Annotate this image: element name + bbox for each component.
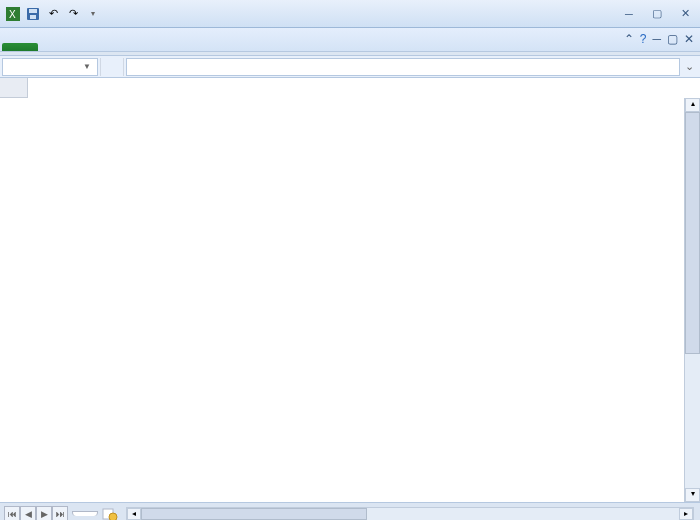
minimize-button[interactable]: ─ [618,6,640,22]
quick-access-toolbar: X ↶ ↷ ▾ [4,5,102,23]
excel-icon: X [4,5,22,23]
doc-minimize-icon[interactable]: ─ [652,32,661,46]
tab-page-layout[interactable] [98,43,126,51]
tab-home[interactable] [42,43,70,51]
vertical-scrollbar[interactable]: ▴ ▾ [684,98,700,502]
fx-label[interactable] [100,58,124,76]
scroll-down-button[interactable]: ▾ [685,488,700,502]
sheet-nav-prev-icon[interactable]: ◀ [20,506,36,521]
window-controls: ─ ▢ ✕ [618,6,696,22]
restore-button[interactable]: ▢ [646,6,668,22]
redo-icon[interactable]: ↷ [64,5,82,23]
save-icon[interactable] [24,5,42,23]
scroll-up-button[interactable]: ▴ [685,98,700,112]
name-box-dropdown-icon[interactable]: ▼ [83,62,91,71]
svg-rect-3 [29,9,37,13]
spreadsheet-grid: ▴ ▾ [0,78,700,502]
tab-formulas[interactable] [126,43,154,51]
scroll-left-button[interactable]: ◂ [127,508,141,520]
formula-bar: ▼ ⌄ [0,56,700,78]
sheet-nav: ⏮ ◀ ▶ ⏭ [4,506,68,521]
doc-restore-icon[interactable]: ▢ [667,32,678,46]
sheet-nav-last-icon[interactable]: ⏭ [52,506,68,521]
tab-review[interactable] [182,43,210,51]
svg-rect-4 [30,15,36,19]
doc-close-icon[interactable]: ✕ [684,32,694,46]
close-button[interactable]: ✕ [674,6,696,22]
sheet-tab[interactable] [72,511,98,516]
name-box[interactable]: ▼ [2,58,98,76]
sheet-tabs-row: ⏮ ◀ ▶ ⏭ ◂ ▸ [0,502,700,520]
sheet-nav-next-icon[interactable]: ▶ [36,506,52,521]
file-tab[interactable] [2,43,38,51]
horizontal-scrollbar[interactable]: ◂ ▸ [126,507,694,521]
tab-data[interactable] [154,43,182,51]
scroll-right-button[interactable]: ▸ [679,508,693,520]
svg-text:X: X [9,9,16,20]
undo-icon[interactable]: ↶ [44,5,62,23]
formula-input[interactable] [126,58,680,76]
title-bar: X ↶ ↷ ▾ ─ ▢ ✕ [0,0,700,28]
svg-point-6 [109,513,117,521]
select-all-corner[interactable] [0,78,28,98]
new-sheet-icon[interactable] [100,506,120,521]
ribbon-minimize-icon[interactable]: ⌃ [624,32,634,46]
row-headers [0,98,28,502]
tab-view[interactable] [210,43,238,51]
formula-bar-expand-icon[interactable]: ⌄ [680,60,698,73]
hscroll-thumb[interactable] [141,508,367,520]
ribbon-tabs: ⌃ ? ─ ▢ ✕ [0,28,700,52]
vscroll-thumb[interactable] [685,112,700,354]
help-icon[interactable]: ? [640,32,647,46]
sheet-nav-first-icon[interactable]: ⏮ [4,506,20,521]
qat-dropdown-icon[interactable]: ▾ [84,5,102,23]
tab-insert[interactable] [70,43,98,51]
